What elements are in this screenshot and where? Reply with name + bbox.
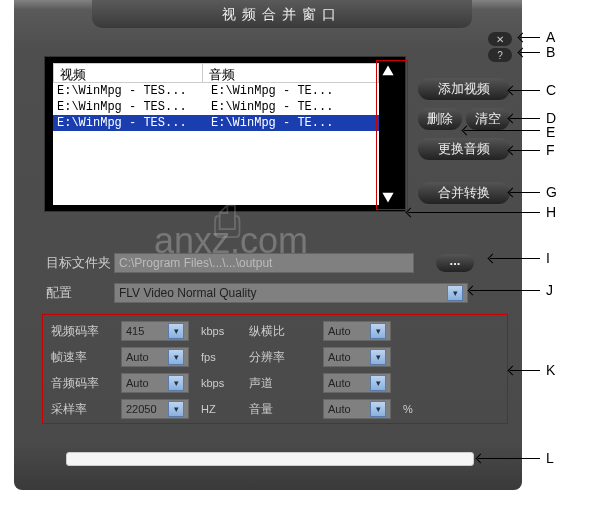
chevron-down-icon: ▾ (168, 349, 184, 365)
video-bitrate-label: 视频码率 (51, 323, 115, 340)
window-title: 视频合并窗口 (222, 6, 342, 22)
aspect-label: 纵横比 (249, 323, 317, 340)
file-list-panel: 视频 音频 E:\WinMpg - TES... E:\WinMpg - TE.… (44, 56, 406, 212)
list-row[interactable]: E:\WinMpg - TES... E:\WinMpg - TE... (53, 99, 379, 115)
add-video-button[interactable]: 添加视频 (418, 78, 510, 100)
volume-select[interactable]: Auto▾ (323, 399, 391, 419)
callout-line (478, 458, 540, 459)
callout-line (520, 37, 540, 38)
unit-kbps: kbps (201, 325, 243, 337)
callout: G (546, 184, 557, 200)
callout-line (510, 370, 540, 371)
framerate-label: 帧速率 (51, 349, 115, 366)
video-bitrate-select[interactable]: 415▾ (121, 321, 189, 341)
profile-value: FLV Video Normal Quality (119, 286, 257, 300)
cell-audio: E:\WinMpg - TE... (207, 99, 379, 115)
callout-line (510, 150, 540, 151)
unit-percent: % (403, 403, 419, 415)
progress-bar (66, 452, 474, 466)
delete-button[interactable]: 删除 (418, 108, 462, 130)
callout-line (510, 90, 540, 91)
callout-line (464, 130, 540, 131)
callout: B (546, 44, 555, 60)
unit-fps: fps (201, 351, 243, 363)
callout: L (546, 450, 554, 466)
callout: C (546, 82, 556, 98)
titlebar: 视频合并窗口 (92, 0, 472, 28)
list-body[interactable]: E:\WinMpg - TES... E:\WinMpg - TE... E:\… (53, 83, 379, 131)
cell-audio: E:\WinMpg - TE... (207, 83, 379, 99)
callout: E (546, 124, 555, 140)
callout: I (546, 250, 550, 266)
chevron-down-icon: ▾ (168, 323, 184, 339)
chevron-down-icon: ▾ (370, 323, 386, 339)
resolution-select[interactable]: Auto▾ (323, 347, 391, 367)
chevron-down-icon: ▾ (168, 401, 184, 417)
callout: K (546, 362, 555, 378)
unit-kbps2: kbps (201, 377, 243, 389)
cell-video: E:\WinMpg - TES... (53, 83, 207, 99)
svg-marker-1 (382, 193, 393, 203)
samplerate-select[interactable]: 22050▾ (121, 399, 189, 419)
move-down-button[interactable] (380, 189, 396, 205)
merge-window: 视频合并窗口 ✕ ? 视频 音频 E:\WinMpg - TES... E:\W… (14, 0, 522, 490)
chevron-down-icon: ▾ (370, 401, 386, 417)
params-panel: 视频码率 415▾ kbps 纵横比 Auto▾ 帧速率 Auto▾ fps 分… (42, 314, 508, 424)
profile-select[interactable]: FLV Video Normal Quality ▾ (114, 283, 468, 303)
chevron-down-icon: ▾ (447, 285, 463, 301)
callout: H (546, 204, 556, 220)
clear-button[interactable]: 清空 (466, 108, 510, 130)
audio-bitrate-select[interactable]: Auto▾ (121, 373, 189, 393)
samplerate-label: 采样率 (51, 401, 115, 418)
callout: F (546, 142, 555, 158)
callout: J (546, 282, 553, 298)
list-scroll-strip (379, 63, 397, 205)
callout-line (470, 290, 540, 291)
callout: A (546, 29, 555, 45)
profile-label: 配置 (46, 284, 114, 302)
chevron-down-icon: ▾ (370, 375, 386, 391)
list-row[interactable]: E:\WinMpg - TES... E:\WinMpg - TE... (53, 83, 379, 99)
aspect-select[interactable]: Auto▾ (323, 321, 391, 341)
framerate-select[interactable]: Auto▾ (121, 347, 189, 367)
chevron-down-icon: ▾ (168, 375, 184, 391)
cell-video: E:\WinMpg - TES... (53, 99, 207, 115)
svg-marker-0 (382, 65, 393, 75)
callout-line (408, 212, 540, 213)
help-icon[interactable]: ? (488, 48, 512, 62)
unit-hz: HZ (201, 403, 243, 415)
list-row[interactable]: E:\WinMpg - TES... E:\WinMpg - TE... (53, 115, 379, 131)
callout-line (490, 258, 540, 259)
target-folder-input[interactable] (114, 253, 414, 273)
chevron-down-icon: ▾ (370, 349, 386, 365)
callout-line (510, 118, 540, 119)
list-header: 视频 音频 (53, 63, 379, 83)
volume-label: 音量 (249, 401, 317, 418)
move-up-button[interactable] (380, 63, 396, 79)
cell-audio: E:\WinMpg - TE... (207, 115, 379, 131)
col-header-video[interactable]: 视频 (53, 63, 203, 83)
channels-select[interactable]: Auto▾ (323, 373, 391, 393)
target-folder-label: 目标文件夹 (46, 254, 114, 272)
cell-video: E:\WinMpg - TES... (53, 115, 207, 131)
replace-audio-button[interactable]: 更换音频 (418, 138, 510, 160)
close-icon[interactable]: ✕ (488, 32, 512, 46)
audio-bitrate-label: 音频码率 (51, 375, 115, 392)
browse-button[interactable]: ... (436, 254, 474, 272)
col-header-audio[interactable]: 音频 (203, 63, 379, 83)
channels-label: 声道 (249, 375, 317, 392)
resolution-label: 分辨率 (249, 349, 317, 366)
callout-line (520, 52, 540, 53)
merge-convert-button[interactable]: 合并转换 (418, 182, 510, 204)
callout-line (510, 192, 540, 193)
